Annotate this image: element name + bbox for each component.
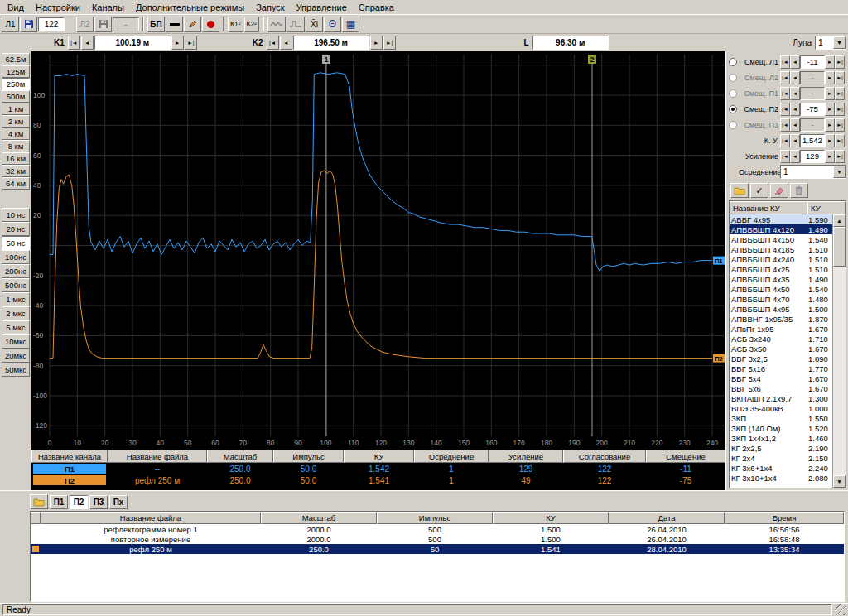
grid-toggle-button[interactable]: ▦ (342, 17, 359, 32)
channel-table-header[interactable]: Импульс (273, 450, 344, 463)
ku-list-item[interactable]: АПВББШП 4х1501.540 (730, 234, 832, 244)
ku-list-item[interactable]: ВВГ 5х41.670 (730, 373, 832, 383)
spin-next-6[interactable]: ► (825, 150, 835, 163)
tab-П1[interactable]: П1 (50, 495, 68, 509)
scale-time-11[interactable]: 50мкс (2, 363, 30, 377)
spin-first-4[interactable]: |◄ (780, 118, 790, 132)
chevron-down-icon[interactable]: ▼ (833, 36, 846, 49)
spin-next-4[interactable]: ► (825, 118, 835, 132)
k1-next-button[interactable]: ► (171, 36, 184, 50)
scale-time-2[interactable]: 50 нс (2, 236, 30, 250)
scale-time-0[interactable]: 10 нс (2, 208, 30, 222)
channel-table-header[interactable]: Смещение (646, 450, 725, 463)
scroll-up-icon[interactable]: ▲ (833, 214, 846, 227)
ku-list-item[interactable]: ВПЭ 35-400кВ1.000 (730, 403, 832, 413)
channel-row-П2[interactable]: П2рефл 250 м250.050.01.541149122-75 (31, 474, 725, 486)
scale-time-8[interactable]: 5 мкс (2, 320, 30, 334)
spin-prev-5[interactable]: ◄ (790, 134, 800, 147)
scale-time-5[interactable]: 500нс (2, 278, 30, 292)
scale-time-1[interactable]: 20 нс (2, 222, 30, 236)
scale-dist-9[interactable]: 32 км (2, 165, 30, 177)
edit-ku-button[interactable] (770, 183, 788, 198)
spin-last-1[interactable]: ►| (835, 71, 845, 84)
ku-list-item[interactable]: АПВББШП 4х701.480 (730, 294, 832, 304)
ku-list-item[interactable]: ВВГ 5х61.670 (730, 383, 832, 393)
spin-last-5[interactable]: ►| (835, 134, 845, 147)
channel-table-header[interactable]: Название канала (31, 450, 108, 463)
channel-row-П1[interactable]: П1--250.050.01.5421129122-11 (31, 463, 725, 474)
value-field-6[interactable]: 129 (800, 150, 825, 163)
scale-dist-3[interactable]: 500м (2, 90, 30, 103)
tab-П2[interactable]: П2 (70, 495, 88, 509)
value-field-4[interactable]: - (800, 118, 825, 132)
scale-dist-4[interactable]: 1 км (2, 103, 30, 115)
scale-dist-7[interactable]: 8 км (2, 140, 30, 152)
ku-list-item[interactable]: ЗКП (140 Ом)1.520 (730, 423, 832, 433)
ku-list-item[interactable]: КГ 3х6+1х42.240 (730, 463, 832, 473)
spin-prev-2[interactable]: ◄ (790, 87, 800, 100)
apply-ku-button[interactable]: ✓ (750, 183, 768, 198)
l1-button[interactable]: Л1 (2, 17, 19, 32)
ku-name-header[interactable]: Название КУ (730, 201, 807, 214)
resize-grip[interactable] (835, 604, 846, 615)
ku-list-item[interactable]: КГ 2х42.150 (730, 453, 832, 463)
spin-first-2[interactable]: |◄ (780, 87, 790, 100)
save-l1-button[interactable] (20, 17, 37, 32)
spin-first-5[interactable]: |◄ (780, 134, 790, 147)
menu-item-2[interactable]: Каналы (86, 2, 130, 13)
ku-list-item[interactable]: АПВББШП 4х2401.510 (730, 254, 832, 264)
waveform-chart[interactable]: 0102030405060708090100110120130140150160… (31, 51, 725, 450)
file-table-header[interactable]: Время (725, 512, 844, 524)
k2-last-button[interactable]: ►| (383, 36, 396, 50)
k2-zoom-button[interactable]: К2² (244, 17, 260, 32)
ku-list-item[interactable]: АПВББШП 4х1201.490 (730, 224, 832, 234)
ku-list-item[interactable]: КГ 2х2,52.190 (730, 443, 832, 453)
value-field-0[interactable]: -11 (800, 55, 825, 69)
scrollbar-track[interactable] (833, 267, 846, 475)
channel-table-header[interactable]: Осреднение (414, 450, 489, 463)
file-row[interactable]: рефлектограмма номер 12000.05001.50026.0… (31, 524, 844, 534)
ku-list-item[interactable]: АСБ 3х2401.710 (730, 334, 832, 344)
spin-last-3[interactable]: ►| (835, 103, 845, 116)
lupa-combo[interactable]: 1 ▼ (815, 36, 846, 50)
k2-prev-button[interactable]: ◄ (280, 36, 292, 50)
spin-prev-3[interactable]: ◄ (790, 103, 800, 116)
k1-zoom-button[interactable]: К1² (228, 17, 243, 32)
ku-list-item[interactable]: АПВББШП 4х251.510 (730, 264, 832, 274)
menu-item-6[interactable]: Справка (353, 2, 400, 13)
ku-list-item[interactable]: АСБ 3х501.670 (730, 344, 832, 354)
file-table-header[interactable]: Импульс (377, 512, 493, 524)
menu-item-5[interactable]: Управление (291, 2, 353, 13)
file-table-header[interactable]: Название файла (41, 512, 261, 524)
l2-button[interactable]: Л2 (76, 17, 94, 32)
scale-dist-5[interactable]: 2 км (2, 115, 30, 128)
menu-item-0[interactable]: Вид (2, 2, 30, 13)
ku-list-item[interactable]: ВВГ 3х2,51.890 (730, 354, 832, 363)
open-ku-button[interactable] (730, 183, 749, 198)
menu-item-1[interactable]: Настройки (30, 2, 86, 13)
pencil-button[interactable] (184, 17, 201, 32)
scale-dist-6[interactable]: 4 км (2, 128, 30, 140)
value-field-5[interactable]: 1.542 (800, 134, 825, 147)
radio-1[interactable] (729, 74, 737, 82)
radio-2[interactable] (729, 89, 737, 98)
spin-next-5[interactable]: ► (825, 134, 835, 147)
chart-svg[interactable]: 0102030405060708090100110120130140150160… (31, 51, 725, 450)
record-button[interactable] (202, 17, 219, 32)
scale-dist-2[interactable]: 250м (2, 78, 30, 90)
scale-dist-8[interactable]: 16 км (2, 152, 30, 165)
spin-last-4[interactable]: ►| (835, 118, 845, 132)
file-row[interactable]: повторное измерение2000.05001.50026.04.2… (31, 534, 844, 544)
ku-list-item[interactable]: АВВГ 4х951.590 (730, 214, 832, 224)
averaging-button[interactable]: X̄i (306, 17, 323, 32)
file-table-header[interactable]: Масштаб (261, 512, 377, 524)
k1-prev-button[interactable]: ◄ (81, 36, 94, 50)
scale-time-10[interactable]: 20мкс (2, 349, 30, 363)
file-table-header[interactable]: Дата (609, 512, 725, 524)
bp-button[interactable]: БП (147, 17, 165, 32)
theta-button[interactable]: Θ (324, 17, 341, 32)
scale-dist-1[interactable]: 125м (2, 65, 30, 78)
l1-value-field[interactable]: 122 (38, 17, 65, 31)
spin-first-3[interactable]: |◄ (780, 103, 790, 116)
spin-next-1[interactable]: ► (825, 71, 835, 84)
